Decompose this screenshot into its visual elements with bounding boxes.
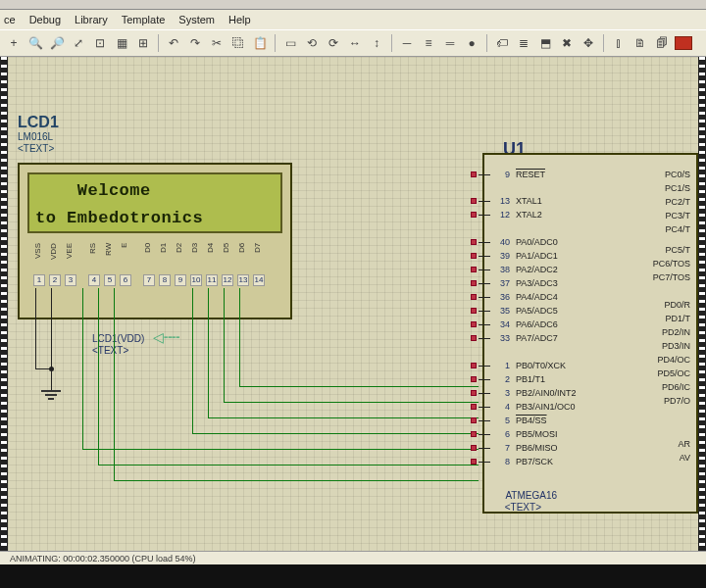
separator bbox=[275, 34, 276, 52]
mcu-pin-pa6: 34PA6/ADC6 bbox=[492, 319, 558, 329]
toolbar: + 🔍 🔎 ⤢ ⊡ ▦ ⊞ ↶ ↷ ✂ ⿻ 📋 ▭ ⟲ ⟳ ↔ ↕ ─ ≡ ═ … bbox=[0, 29, 706, 57]
undo-icon[interactable]: ↶ bbox=[164, 33, 183, 53]
mirror-v-icon[interactable]: ↕ bbox=[367, 33, 386, 53]
separator bbox=[391, 34, 392, 52]
lcd-pin-num: 12 bbox=[222, 274, 233, 286]
mcu-pin-pc6: PC6/TOS bbox=[653, 259, 690, 269]
paste-icon[interactable]: 📋 bbox=[250, 33, 270, 53]
mcu-pin-pb7: 8PB7/SCK bbox=[492, 457, 553, 466]
wire bbox=[82, 449, 479, 450]
mcu-pin-pc0: PC0/S bbox=[665, 170, 690, 179]
snap-icon[interactable]: ⊞ bbox=[133, 33, 153, 53]
titlebar bbox=[0, 0, 706, 10]
move-icon[interactable]: ✥ bbox=[579, 33, 598, 53]
lcd-pin-d5: D5 bbox=[222, 243, 233, 272]
probe-arrow-icon: ◁╌╌ bbox=[153, 329, 179, 345]
voltage-probe[interactable]: LCD1(VDD) ◁╌╌ <TEXT> bbox=[92, 329, 179, 356]
plus-icon[interactable]: + bbox=[4, 33, 24, 53]
cut-icon[interactable]: ✂ bbox=[207, 33, 227, 53]
copy-icon[interactable]: ⿻ bbox=[228, 33, 248, 53]
junction-icon[interactable]: ● bbox=[462, 33, 481, 53]
menu-template[interactable]: Template bbox=[122, 14, 166, 25]
lcd-pin-labels: VSSVDDVEERSRWED0D1D2D3D4D5D6D7 bbox=[33, 243, 265, 272]
rotate-r-icon[interactable]: ⟳ bbox=[324, 33, 343, 53]
lcd-screen: Welcome to Embedotronics bbox=[27, 172, 282, 233]
mcu-pin-pb5: 6PB5/MOSI bbox=[492, 429, 558, 439]
lcd-pin-num: 8 bbox=[159, 274, 171, 286]
lcd-pin-d2: D2 bbox=[175, 243, 186, 272]
wire-icon[interactable]: ─ bbox=[397, 33, 417, 53]
page-icon[interactable]: 🗎 bbox=[630, 33, 650, 53]
mcu-pin-av: AV bbox=[680, 453, 690, 463]
grid-icon[interactable]: ▦ bbox=[112, 33, 131, 53]
mcu-pin-reset: 9RESET bbox=[492, 170, 545, 179]
mcu-pin-pa5: 35PA5/ADC5 bbox=[492, 306, 558, 316]
separator bbox=[603, 34, 604, 52]
net-icon[interactable]: ≡ bbox=[419, 33, 438, 53]
mcu-pin-xtal2: 12XTAL2 bbox=[492, 210, 542, 220]
red-rect-icon[interactable] bbox=[674, 33, 693, 53]
mcu-pin-pb0: 1PB0/T0/XCK bbox=[492, 361, 566, 370]
place-icon[interactable]: ⬒ bbox=[535, 33, 555, 53]
wire bbox=[239, 386, 479, 387]
report-icon[interactable]: 🗐 bbox=[652, 33, 672, 53]
mcu-pin-xtal1: 13XTAL1 bbox=[492, 196, 542, 206]
mcu-pin-pa4: 36PA4/ADC4 bbox=[492, 292, 558, 302]
wire bbox=[224, 402, 479, 403]
wire bbox=[224, 288, 225, 402]
lcd-pin-d1: D1 bbox=[159, 243, 171, 272]
redo-icon[interactable]: ↷ bbox=[185, 33, 205, 53]
lcd-pin-d0: D0 bbox=[143, 243, 155, 272]
wire bbox=[114, 288, 115, 480]
mcu-pin-pb6: 7PB6/MISO bbox=[492, 443, 558, 453]
mcu-pin-pc5: PC5/T bbox=[665, 245, 690, 255]
mcu-pin-pd3: PD3/IN bbox=[662, 341, 690, 351]
delete-icon[interactable]: ✖ bbox=[557, 33, 577, 53]
bus-icon[interactable]: ═ bbox=[440, 33, 460, 53]
mcu-pin-pa1: 39PA1/ADC1 bbox=[492, 251, 558, 261]
lcd-pin-num: 6 bbox=[120, 274, 131, 286]
menu-source[interactable]: ce bbox=[4, 14, 16, 25]
mirror-h-icon[interactable]: ↔ bbox=[345, 33, 365, 53]
lcd-pin-vdd: VDD bbox=[49, 243, 61, 272]
filmstrip-right bbox=[698, 57, 706, 551]
lcd-pin-num: 4 bbox=[88, 274, 100, 286]
wire bbox=[208, 417, 479, 418]
mcu-pin-ar: AR bbox=[678, 439, 690, 449]
zoom-all-icon[interactable]: ⊡ bbox=[90, 33, 110, 53]
block-icon[interactable]: ▭ bbox=[280, 33, 300, 53]
mcu-pin-pb2: 3PB2/AIN0/INT2 bbox=[492, 388, 577, 398]
lcd-ref[interactable]: LCD1 bbox=[18, 114, 59, 131]
ground-symbol[interactable] bbox=[41, 390, 61, 404]
probe-label: LCD1(VDD) bbox=[92, 333, 144, 344]
list-icon[interactable]: ≣ bbox=[514, 33, 533, 53]
lcd-pin-d7: D7 bbox=[253, 243, 265, 272]
mcu-pin-pd5: PD5/OC bbox=[657, 368, 690, 378]
lcd-pin-d4: D4 bbox=[206, 243, 218, 272]
menu-help[interactable]: Help bbox=[228, 14, 251, 25]
menu-debug[interactable]: Debug bbox=[29, 14, 61, 25]
lcd-component[interactable]: Welcome to Embedotronics VSSVDDVEERSRWED… bbox=[18, 163, 292, 319]
wire bbox=[114, 480, 479, 481]
mcu-pin-pc7: PC7/TOS bbox=[653, 272, 690, 282]
zoom-out-icon[interactable]: 🔎 bbox=[47, 33, 67, 53]
zoom-in-icon[interactable]: 🔍 bbox=[25, 33, 45, 53]
schematic-canvas[interactable]: LCD1 LM016L <TEXT> Welcome to Embedotron… bbox=[8, 57, 698, 551]
split-icon[interactable]: ⫿ bbox=[609, 33, 629, 53]
wire bbox=[239, 288, 240, 386]
lcd-pin-num: 14 bbox=[253, 274, 265, 286]
mcu-part: ATMEGA16 bbox=[505, 490, 557, 501]
mcu-pin-pb3: 4PB3/AIN1/OC0 bbox=[492, 402, 576, 412]
mcu-pin-pd7: PD7/O bbox=[664, 396, 690, 406]
mcu-pin-pd2: PD2/IN bbox=[662, 327, 690, 337]
rotate-l-icon[interactable]: ⟲ bbox=[302, 33, 322, 53]
mcu-pin-pc2: PC2/T bbox=[665, 197, 690, 207]
mcu-pin-pd0: PD0/R bbox=[664, 300, 690, 310]
prop-icon[interactable]: 🏷 bbox=[492, 33, 512, 53]
zoom-fit-icon[interactable]: ⤢ bbox=[69, 33, 88, 53]
lcd-pin-vee: VEE bbox=[65, 243, 76, 272]
menu-library[interactable]: Library bbox=[75, 14, 108, 25]
menu-system[interactable]: System bbox=[178, 14, 215, 25]
mcu-component[interactable]: 9RESET13XTAL112XTAL240PA0/ADC039PA1/ADC1… bbox=[482, 153, 698, 514]
lcd-part: LM016L bbox=[18, 131, 53, 142]
